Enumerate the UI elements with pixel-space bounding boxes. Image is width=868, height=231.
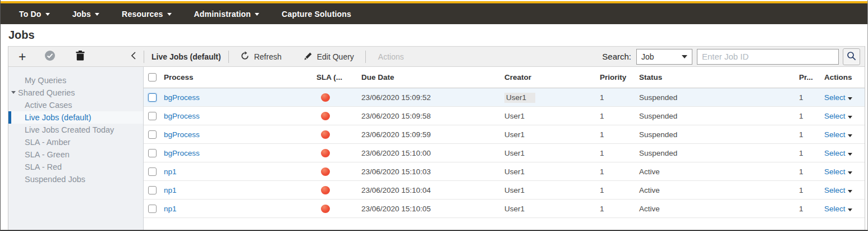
toolbar-icon-group: +	[8, 50, 144, 63]
sidebar-item-active-cases[interactable]: Active Cases	[8, 99, 143, 111]
row-checkbox[interactable]	[148, 112, 157, 120]
sidebar-item-label: Suspended Jobs	[25, 175, 85, 184]
sla-status-icon	[321, 112, 330, 120]
row-select-cell	[144, 107, 160, 125]
creator-cell: User1	[501, 88, 596, 107]
actions-cell: Select	[821, 162, 865, 181]
process-link[interactable]: bgProcess	[164, 130, 200, 139]
row-actions-select[interactable]: Select	[824, 167, 846, 176]
row-actions-select[interactable]: Select	[824, 130, 846, 139]
creator-value: User1	[504, 130, 525, 139]
nav-item-label: Capture Solutions	[282, 10, 351, 19]
actions-cell: Select	[821, 181, 865, 200]
check-circle-icon	[44, 50, 56, 63]
content-area: My QueriesShared QueriesActive CasesLive…	[8, 67, 865, 230]
status-cell: Active	[636, 181, 796, 200]
queries-sidebar: My QueriesShared QueriesActive CasesLive…	[8, 67, 144, 230]
process-cell: np1	[160, 200, 313, 218]
column-header-process[interactable]: Process	[160, 67, 313, 88]
sla-status-icon	[321, 186, 330, 194]
column-header-creator[interactable]: Creator	[501, 67, 596, 88]
creator-value: User1	[504, 205, 525, 213]
sla-cell	[313, 144, 358, 162]
sla-status-icon	[321, 149, 330, 157]
sidebar-item-shared-queries[interactable]: Shared Queries	[8, 87, 143, 99]
sidebar-item-label: SLA - Green	[25, 150, 70, 159]
row-actions-select[interactable]: Select	[824, 205, 846, 213]
row-actions-select[interactable]: Select	[824, 186, 846, 194]
complete-button[interactable]	[44, 50, 56, 63]
nav-item-jobs[interactable]: Jobs	[72, 10, 99, 19]
process-cell: np1	[160, 162, 313, 181]
add-button[interactable]: +	[19, 51, 26, 62]
pr-cell: 1	[796, 162, 821, 181]
chevron-left-icon	[130, 51, 137, 62]
sla-cell	[313, 181, 358, 200]
nav-item-label: Jobs	[72, 10, 91, 19]
nav-item-to-do[interactable]: To Do	[19, 10, 50, 19]
delete-button[interactable]	[76, 51, 85, 62]
process-link[interactable]: bgProcess	[164, 149, 200, 157]
creator-value: User1	[504, 167, 525, 176]
process-link[interactable]: bgProcess	[164, 112, 200, 120]
sidebar-item-live-jobs-default[interactable]: Live Jobs (default)	[8, 111, 143, 124]
sidebar-item-sla-red[interactable]: SLA - Red	[8, 161, 143, 173]
row-checkbox[interactable]	[148, 93, 157, 102]
actions-label: Actions	[378, 52, 404, 61]
search-type-select[interactable]: Job	[636, 49, 692, 65]
nav-item-capture-solutions[interactable]: Capture Solutions	[282, 10, 351, 19]
column-header-priority[interactable]: Priority	[596, 67, 636, 88]
table-header-row: ProcessSLA (...Due DateCreatorPrioritySt…	[144, 67, 865, 88]
row-actions-select[interactable]: Select	[824, 93, 846, 102]
table-row: np123/06/2020 15:10:05User11Active1Selec…	[144, 200, 865, 218]
refresh-button[interactable]: Refresh	[237, 51, 285, 63]
sidebar-item-suspended-jobs[interactable]: Suspended Jobs	[8, 173, 143, 185]
creator-value: User1	[504, 112, 525, 120]
sidebar-item-live-jobs-created-today[interactable]: Live Jobs Created Today	[8, 124, 143, 136]
column-header-pr[interactable]: Pr...	[796, 67, 821, 88]
select-all-checkbox[interactable]	[148, 73, 157, 81]
due-date-cell: 23/06/2020 15:10:03	[358, 162, 501, 181]
search-button[interactable]	[843, 48, 860, 65]
column-header-actions[interactable]: Actions	[821, 67, 865, 88]
process-link[interactable]: np1	[164, 205, 177, 213]
search-label: Search:	[602, 52, 631, 61]
row-checkbox[interactable]	[148, 167, 157, 176]
row-actions-select[interactable]: Select	[824, 149, 846, 157]
column-header-sla[interactable]: SLA (...	[313, 67, 358, 88]
nav-item-administration[interactable]: Administration	[194, 10, 260, 19]
collapse-sidebar-button[interactable]	[130, 51, 137, 62]
sidebar-item-sla-amber[interactable]: SLA - Amber	[8, 136, 143, 148]
process-link[interactable]: np1	[164, 186, 177, 194]
table-row: np123/06/2020 15:10:04User11Active1Selec…	[144, 181, 865, 200]
row-checkbox[interactable]	[148, 205, 157, 213]
status-cell: Suspended	[636, 107, 796, 125]
row-checkbox[interactable]	[148, 149, 157, 157]
column-header-due-date[interactable]: Due Date	[358, 67, 501, 88]
sla-cell	[313, 125, 358, 144]
sidebar-item-label: Shared Queries	[18, 88, 75, 97]
sla-status-icon	[321, 130, 330, 139]
process-link[interactable]: np1	[164, 167, 177, 176]
row-checkbox[interactable]	[148, 186, 157, 194]
sidebar-item-sla-green[interactable]: SLA - Green	[8, 148, 143, 161]
column-header-status[interactable]: Status	[636, 67, 796, 88]
toolbar-divider	[228, 51, 229, 63]
active-query-name: Live Jobs (default)	[144, 52, 228, 61]
toolbar: + Live Jobs	[8, 46, 865, 67]
chevron-down-icon	[95, 13, 99, 16]
actions-button[interactable]: Actions	[375, 52, 407, 62]
row-checkbox[interactable]	[148, 130, 157, 139]
row-actions-select[interactable]: Select	[824, 112, 846, 120]
priority-cell: 1	[596, 88, 636, 107]
caret-down-icon	[848, 190, 852, 193]
sidebar-item-my-queries[interactable]: My Queries	[8, 74, 143, 87]
sla-status-icon	[321, 205, 330, 213]
actions-cell: Select	[821, 107, 865, 125]
nav-item-resources[interactable]: Resources	[122, 10, 171, 19]
job-id-input[interactable]	[697, 49, 839, 65]
edit-query-button[interactable]: Edit Query	[301, 51, 357, 62]
process-link[interactable]: bgProcess	[164, 93, 200, 102]
chevron-down-icon	[167, 13, 172, 16]
sla-status-icon	[321, 167, 330, 176]
